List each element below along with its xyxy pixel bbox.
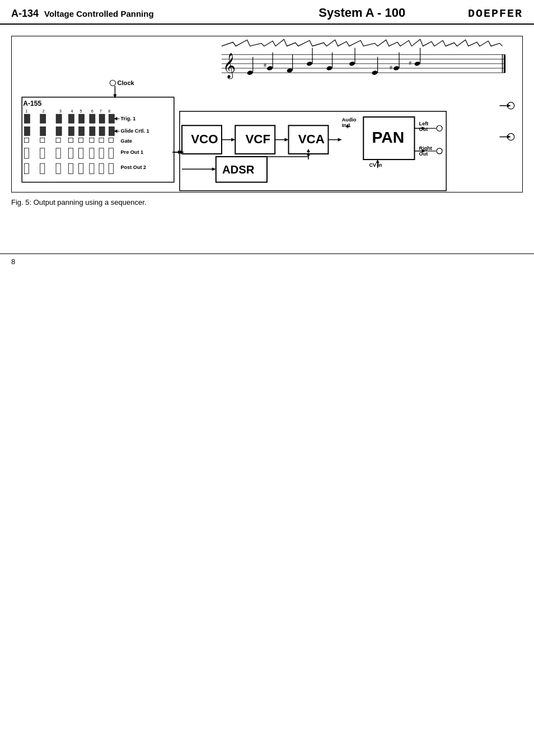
svg-text:Glide Crtl. 1: Glide Crtl. 1 (121, 128, 149, 134)
svg-text:#: # (264, 62, 266, 68)
svg-text:PAN: PAN (372, 128, 404, 146)
svg-rect-61 (40, 126, 46, 135)
svg-rect-93 (40, 163, 45, 173)
svg-rect-76 (79, 138, 83, 143)
svg-rect-67 (109, 126, 114, 135)
svg-text:Right: Right (419, 145, 432, 151)
svg-text:ADSR: ADSR (222, 163, 255, 176)
svg-rect-54 (90, 114, 95, 123)
svg-rect-62 (56, 126, 62, 135)
svg-rect-96 (79, 163, 83, 173)
svg-rect-87 (79, 148, 83, 158)
svg-rect-60 (24, 126, 30, 135)
svg-marker-141 (307, 149, 310, 152)
module-id: A-134 (11, 8, 39, 20)
svg-marker-138 (212, 167, 216, 171)
svg-rect-49 (24, 114, 30, 123)
svg-point-11 (266, 65, 273, 71)
brand-label: DOEPFER (468, 7, 523, 20)
svg-text:#: # (409, 60, 411, 66)
svg-rect-97 (90, 163, 94, 173)
svg-rect-84 (40, 148, 45, 158)
svg-rect-73 (40, 138, 45, 143)
svg-rect-144 (180, 111, 446, 191)
svg-marker-34 (507, 135, 511, 138)
svg-rect-72 (24, 138, 29, 143)
svg-rect-99 (109, 163, 113, 173)
svg-text:3: 3 (59, 109, 62, 114)
svg-rect-78 (99, 138, 104, 143)
svg-rect-64 (79, 126, 85, 135)
diagram-svg: 𝄞 # # # (12, 36, 522, 192)
page-number: 8 (11, 257, 15, 266)
svg-text:Gate: Gate (121, 138, 132, 144)
svg-marker-31 (507, 104, 511, 107)
svg-rect-86 (68, 148, 73, 158)
svg-text:Trig. 1: Trig. 1 (121, 116, 136, 121)
module-title: Voltage Controlled Panning (44, 9, 256, 18)
svg-point-27 (414, 61, 421, 66)
svg-text:𝄞: 𝄞 (223, 53, 236, 79)
system-label: System A - 100 (256, 6, 468, 20)
svg-text:A-155: A-155 (23, 100, 41, 107)
caption-text: Fig. 5: Output panning using a sequencer… (11, 198, 146, 206)
svg-rect-90 (109, 148, 113, 158)
svg-rect-98 (99, 163, 104, 173)
svg-rect-74 (56, 138, 60, 143)
svg-text:VCF: VCF (245, 132, 270, 146)
svg-text:1: 1 (25, 109, 27, 114)
svg-point-17 (326, 65, 333, 71)
diagram-container: 𝄞 # # # (11, 36, 523, 192)
svg-rect-56 (109, 114, 114, 123)
svg-text:8: 8 (108, 109, 110, 114)
svg-text:Pre Out 1: Pre Out 1 (121, 149, 144, 155)
svg-point-123 (437, 125, 442, 131)
svg-rect-63 (68, 126, 74, 135)
svg-text:#: # (390, 64, 392, 71)
svg-rect-85 (56, 148, 60, 158)
svg-point-15 (306, 61, 313, 66)
svg-point-129 (437, 148, 442, 154)
svg-text:In 1: In 1 (342, 123, 351, 128)
svg-text:5: 5 (80, 109, 82, 114)
header: A-134 Voltage Controlled Panning System … (0, 0, 534, 25)
svg-text:Left: Left (419, 121, 429, 126)
figure-caption: Fig. 5: Output panning using a sequencer… (11, 198, 523, 206)
svg-text:Post Out 2: Post Out 2 (121, 165, 147, 170)
svg-point-19 (349, 61, 355, 66)
svg-text:2: 2 (43, 109, 45, 114)
svg-text:6: 6 (91, 109, 93, 114)
svg-point-13 (287, 68, 293, 73)
svg-rect-53 (79, 114, 85, 123)
svg-text:Clock: Clock (117, 79, 134, 86)
svg-rect-88 (90, 148, 94, 158)
svg-rect-55 (99, 114, 105, 123)
svg-text:VCA: VCA (298, 132, 325, 146)
svg-rect-75 (68, 138, 73, 143)
svg-point-24 (393, 65, 400, 71)
svg-rect-92 (24, 163, 29, 173)
svg-rect-65 (90, 126, 95, 135)
svg-point-8 (247, 70, 254, 75)
svg-rect-94 (56, 163, 60, 173)
svg-point-35 (110, 80, 115, 86)
svg-rect-51 (56, 114, 62, 123)
svg-rect-83 (24, 148, 29, 158)
svg-point-21 (372, 70, 378, 75)
svg-rect-52 (68, 114, 74, 123)
svg-text:7: 7 (100, 109, 102, 114)
svg-rect-66 (99, 126, 105, 135)
svg-rect-77 (90, 138, 94, 143)
svg-marker-111 (338, 138, 342, 142)
svg-rect-79 (109, 138, 113, 143)
svg-text:VCO: VCO (191, 132, 218, 146)
svg-rect-89 (99, 148, 104, 158)
svg-text:4: 4 (71, 109, 73, 114)
footer: 8 (0, 253, 534, 269)
svg-text:Audio: Audio (342, 117, 357, 123)
svg-marker-107 (284, 138, 288, 142)
svg-rect-50 (40, 114, 46, 123)
svg-marker-38 (113, 95, 116, 98)
svg-rect-95 (68, 163, 73, 173)
svg-marker-103 (231, 138, 235, 142)
